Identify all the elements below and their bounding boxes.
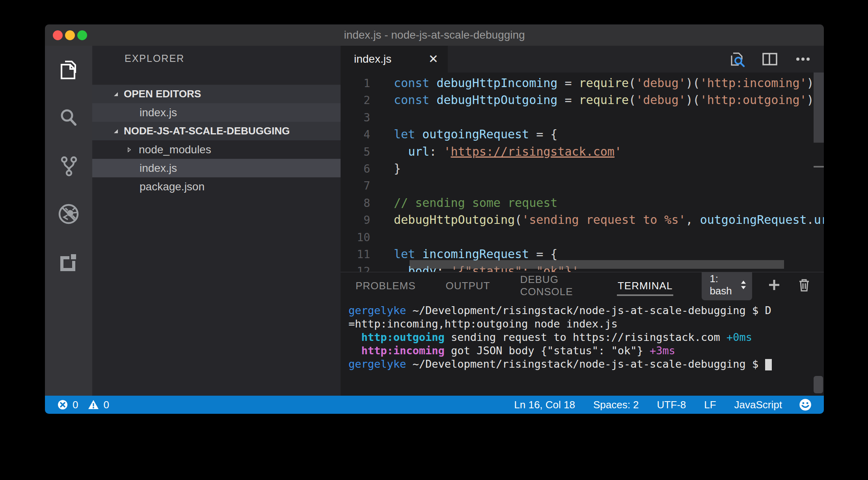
open-preview-icon[interactable]	[728, 50, 746, 68]
code-line: 8// sending some request	[341, 194, 824, 211]
panel-tab[interactable]: TERMINAL	[617, 274, 673, 296]
extensions-icon	[57, 251, 80, 273]
code-line: 5 url: 'https://risingstack.com'	[341, 143, 824, 160]
maximize-window-button[interactable]	[77, 30, 87, 40]
terminal-line: http:outgoing sending request to https:/…	[348, 331, 824, 344]
tab-index-js[interactable]: index.js ✕	[341, 46, 448, 73]
twistie-expanded-icon	[113, 128, 119, 134]
window-title: index.js - node-js-at-scale-debugging	[344, 29, 525, 41]
search-icon	[57, 106, 80, 129]
panel-tab[interactable]: DEBUG CONSOLE	[519, 272, 589, 302]
code-line: 6}	[341, 160, 824, 177]
activity-search-button[interactable]	[45, 94, 92, 142]
activity-explorer-button[interactable]	[45, 46, 92, 94]
sidebar-title: EXPLORER	[92, 46, 341, 85]
feedback-smiley-icon[interactable]	[799, 398, 812, 411]
file-tree: node_modules index.js package.js	[92, 140, 341, 196]
close-window-button[interactable]	[53, 30, 63, 40]
terminal-scrollbar[interactable]	[814, 376, 823, 393]
status-bar: 0 0 Ln 16, Col 18 Spaces: 2 UTF-8 LF J	[45, 396, 824, 414]
code-line: 1const debugHttpIncoming = require('debu…	[341, 74, 824, 91]
error-count: 0	[73, 399, 78, 411]
problems-status[interactable]: 0 0	[57, 399, 115, 411]
panel-tab[interactable]: OUTPUT	[445, 274, 491, 296]
new-terminal-icon[interactable]	[766, 277, 782, 293]
code-lines: 1const debugHttpIncoming = require('debu…	[341, 74, 824, 272]
close-tab-icon[interactable]: ✕	[428, 53, 438, 65]
status-item[interactable]: UTF-8	[657, 399, 686, 411]
panel-tab[interactable]: PROBLEMS	[355, 274, 417, 296]
open-editors-list: index.js	[92, 103, 341, 122]
code-line: 3	[341, 109, 824, 126]
code-line: 2const debugHttpOutgoing = require('debu…	[341, 91, 824, 108]
tree-item[interactable]: package.json	[92, 177, 341, 196]
status-item[interactable]: JavaScript	[734, 399, 782, 411]
files-icon	[57, 58, 80, 82]
terminal-line: =http:incoming,http:outgoing node index.…	[348, 317, 824, 331]
vscode-window: index.js - node-js-at-scale-debugging	[45, 24, 824, 414]
status-right-items: Ln 16, Col 18 Spaces: 2 UTF-8 LF JavaScr…	[514, 399, 782, 411]
terminal-lines: gergelyke ~/Development/risingstack/node…	[348, 304, 824, 371]
editor-horizontal-scrollbar[interactable]	[410, 260, 784, 269]
code-line: 9debugHttpOutgoing('sending request to %…	[341, 211, 824, 228]
status-item[interactable]: Spaces: 2	[593, 399, 639, 411]
status-item[interactable]: Ln 16, Col 18	[514, 399, 575, 411]
terminal-line: http:incoming got JSON body {"status": "…	[348, 344, 824, 357]
terminal-line: gergelyke ~/Development/risingstack/node…	[348, 304, 824, 317]
titlebar: index.js - node-js-at-scale-debugging	[45, 24, 824, 46]
traffic-lights	[53, 24, 87, 46]
code-line: 4let outgoingRequest = {	[341, 126, 824, 143]
tree-item[interactable]: index.js	[92, 159, 341, 177]
terminal-line: gergelyke ~/Development/risingstack/node…	[348, 357, 824, 371]
more-actions-icon[interactable]	[794, 50, 812, 68]
activity-bar	[45, 46, 92, 396]
twistie-collapsed-icon	[126, 147, 133, 153]
twistie-expanded-icon	[113, 91, 119, 97]
minimize-window-button[interactable]	[65, 30, 75, 40]
bottom-panel: PROBLEMS OUTPUT DEBUG CONSOLE TERMINAL 1…	[341, 272, 824, 396]
warning-count: 0	[103, 399, 109, 411]
select-arrows-icon	[740, 280, 747, 290]
split-editor-icon[interactable]	[761, 50, 779, 68]
terminal-shell-select[interactable]: 1: bash	[702, 272, 752, 300]
explorer-sidebar: EXPLORER OPEN EDITORS index.js NODE-J	[92, 46, 341, 396]
overview-ruler-mark	[814, 166, 824, 167]
editor-vertical-scrollbar[interactable]	[814, 73, 824, 143]
activity-source-control-button[interactable]	[45, 142, 92, 190]
activity-extensions-button[interactable]	[45, 238, 92, 286]
panel-tabs: PROBLEMS OUTPUT DEBUG CONSOLE TERMINAL	[355, 272, 702, 302]
tree-item[interactable]: node_modules	[92, 140, 341, 159]
code-line: 10	[341, 229, 824, 246]
error-icon	[57, 399, 69, 411]
open-editor-item[interactable]: index.js	[92, 103, 341, 122]
open-editors-header[interactable]: OPEN EDITORS	[92, 85, 341, 103]
git-branch-icon	[57, 154, 80, 177]
editor-tab-bar: index.js ✕	[341, 46, 824, 73]
warning-icon	[88, 399, 99, 411]
code-editor[interactable]: 1const debugHttpIncoming = require('debu…	[341, 73, 824, 272]
activity-debug-button[interactable]	[45, 190, 92, 238]
panel-header: PROBLEMS OUTPUT DEBUG CONSOLE TERMINAL 1…	[341, 272, 824, 298]
folder-root-header[interactable]: NODE-JS-AT-SCALE-DEBUGGING	[92, 122, 341, 140]
status-item[interactable]: LF	[704, 399, 716, 411]
no-debug-icon	[57, 202, 80, 226]
code-line: 7	[341, 177, 824, 194]
kill-terminal-icon[interactable]	[796, 277, 812, 293]
terminal-output[interactable]: gergelyke ~/Development/risingstack/node…	[341, 298, 824, 371]
